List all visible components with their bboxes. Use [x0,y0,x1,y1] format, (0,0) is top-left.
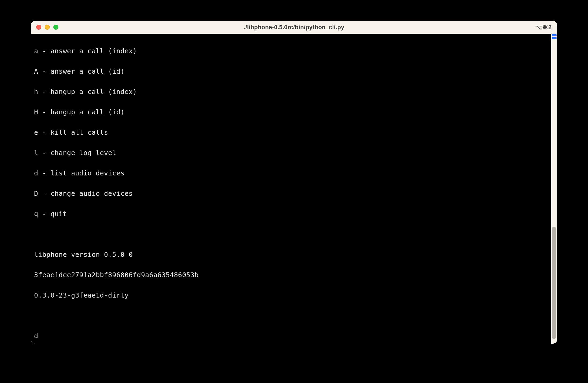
blank-line [34,311,548,321]
window-shortcut: ⌥⌘2 [535,24,552,31]
menu-line: e - kill all calls [34,127,548,138]
terminal-window: ./libphone-0.5.0rc/bin/python_cli.py ⌥⌘2… [31,21,557,344]
vertical-scrollbar[interactable] [551,34,557,344]
blank-line [34,229,548,239]
scroll-marks [551,34,557,39]
version-line: libphone version 0.5.0-0 [34,250,548,260]
menu-line: l - change log level [34,148,548,158]
scroll-thumb[interactable] [552,227,556,339]
minimize-icon[interactable] [45,25,50,30]
user-input: d [34,331,548,341]
menu-line: h - hangup a call (index) [34,87,548,97]
menu-line: A - answer a call (id) [34,66,548,77]
zoom-icon[interactable] [53,25,58,30]
menu-line: H - hangup a call (id) [34,107,548,117]
window-title: ./libphone-0.5.0rc/bin/python_cli.py [31,24,557,31]
menu-line: D - change audio devices [34,189,548,199]
terminal-output[interactable]: a - answer a call (index) A - answer a c… [31,34,551,344]
version-tag: 0.3.0-23-g3feae1d-dirty [34,290,548,301]
scroll-mark-icon [552,34,557,36]
version-hash: 3feae1dee2791a2bbf896806fd9a6a635486053b [34,270,548,280]
menu-line: q - quit [34,209,548,219]
terminal-body: a - answer a call (index) A - answer a c… [31,34,557,344]
traffic-lights [36,25,58,30]
menu-line: d - list audio devices [34,168,548,178]
menu-line: a - answer a call (index) [34,46,548,56]
window-titlebar[interactable]: ./libphone-0.5.0rc/bin/python_cli.py ⌥⌘2 [31,21,557,34]
scroll-mark-icon [552,37,557,39]
close-icon[interactable] [36,25,41,30]
